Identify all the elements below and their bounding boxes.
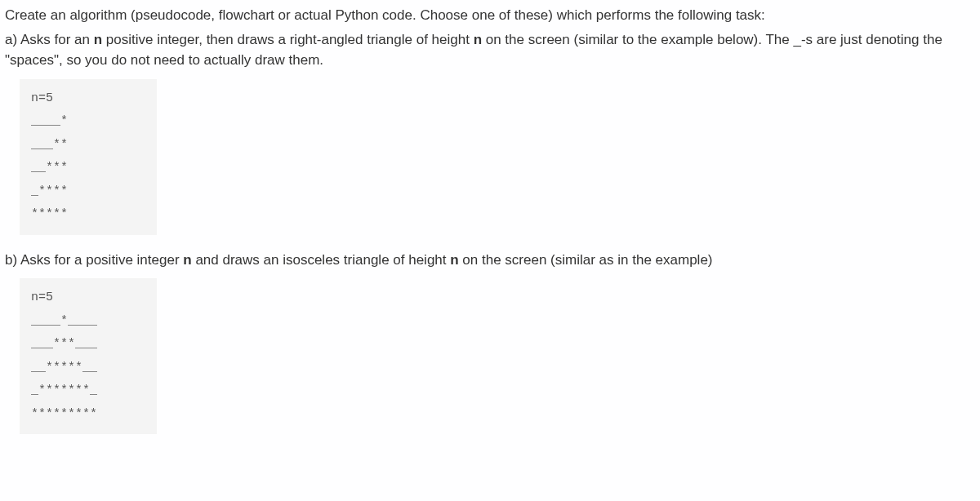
part-a-prefix: a) Asks for an xyxy=(5,32,94,47)
code-a-line-3: ___** xyxy=(31,134,145,157)
code-a-line-4: __*** xyxy=(31,157,145,180)
part-b-mid1: and draws an isosceles triangle of heigh… xyxy=(192,252,451,268)
code-block-a: n=5 ____* ___** __*** _**** ***** xyxy=(20,79,157,235)
part-a-mid1: positive integer, then draws a right-ang… xyxy=(102,32,474,47)
part-b-prefix: b) Asks for a positive integer xyxy=(5,252,183,268)
part-b-bold1: n xyxy=(183,252,191,268)
code-b-line-0: n=5 xyxy=(31,286,145,310)
code-block-b: n=5 ____*____ ___***___ __*****__ _*****… xyxy=(20,278,157,434)
code-b-line-2: ____*____ xyxy=(31,310,145,334)
part-a-bold2: n xyxy=(474,32,482,47)
part-b-mid2: on the screen (similar as in the example… xyxy=(459,252,713,268)
part-b-bold2: n xyxy=(450,252,458,268)
code-a-line-5: _**** xyxy=(31,180,145,204)
code-b-line-4: __*****__ xyxy=(31,357,145,380)
code-b-line-6: ********* xyxy=(31,403,145,427)
part-a-bold1: n xyxy=(94,32,102,47)
code-a-line-0: n=5 xyxy=(31,87,145,111)
part-b-text: b) Asks for a positive integer n and dra… xyxy=(5,250,975,271)
code-b-line-3: ___***___ xyxy=(31,333,145,357)
code-a-line-6: ***** xyxy=(31,203,145,227)
intro-text: Create an algorithm (pseudocode, flowcha… xyxy=(5,5,975,26)
part-a-text: a) Asks for an n positive integer, then … xyxy=(5,29,975,71)
code-b-line-5: _*******_ xyxy=(31,379,145,403)
code-a-line-2: ____* xyxy=(31,110,145,134)
